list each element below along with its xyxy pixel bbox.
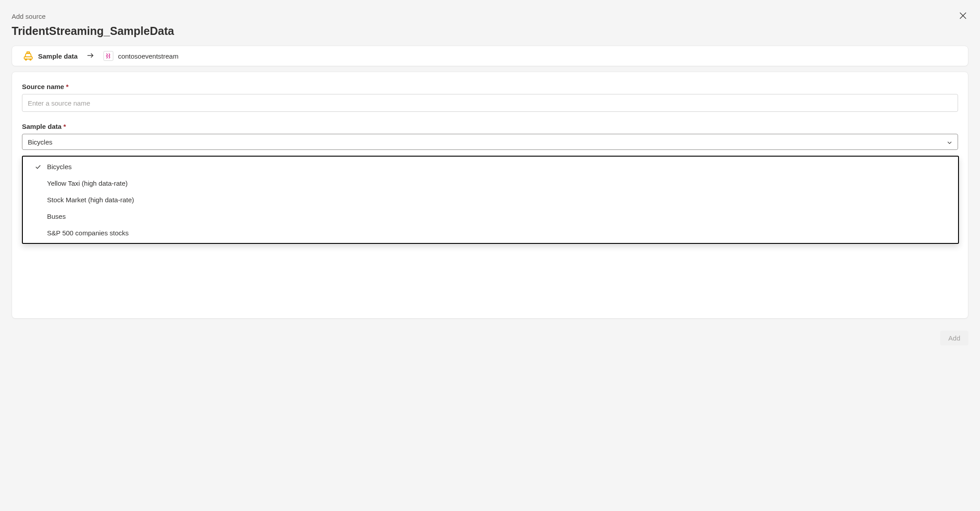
dialog-header: Add source TridentStreaming_SampleData [12, 13, 968, 38]
sample-data-label: Sample data* [22, 123, 958, 130]
option-label: Yellow Taxi (high data-rate) [47, 179, 128, 187]
required-asterisk: * [63, 123, 66, 130]
source-name-input[interactable] [22, 94, 958, 112]
taxi-icon [23, 51, 34, 61]
option-sp500[interactable]: S&P 500 companies stocks [23, 225, 958, 241]
option-bicycles[interactable]: Bicycles [23, 158, 958, 175]
add-source-dialog: Add source TridentStreaming_SampleData [0, 0, 980, 353]
source-name-label: Source name* [22, 83, 958, 90]
svg-point-4 [26, 59, 27, 60]
arrow-right-icon [86, 51, 95, 61]
close-button[interactable] [957, 10, 969, 22]
breadcrumb-destination: contosoeventstream [103, 51, 178, 61]
add-button[interactable]: Add [940, 331, 968, 345]
svg-point-5 [30, 59, 31, 60]
option-label: Stock Market (high data-rate) [47, 196, 134, 204]
page-title: TridentStreaming_SampleData [12, 25, 968, 38]
sample-data-dropdown[interactable]: Bicycles [22, 134, 958, 150]
field-source-name: Source name* [22, 83, 958, 112]
close-icon [959, 12, 967, 21]
required-asterisk: * [66, 83, 69, 90]
option-label: Bicycles [47, 163, 72, 170]
svg-rect-2 [27, 52, 30, 53]
sample-data-listbox: Bicycles Yellow Taxi (high data-rate) St… [22, 156, 959, 244]
chevron-down-icon [947, 139, 952, 145]
option-label: Buses [47, 213, 66, 220]
breadcrumb-source: Sample data [23, 51, 77, 61]
checkmark-icon [34, 163, 42, 170]
dialog-footer: Add [940, 331, 968, 345]
breadcrumb: Sample data contosoeventstream [12, 46, 968, 66]
dropdown-selected-value: Bicycles [28, 138, 52, 146]
field-sample-data: Sample data* Bicycles Bicycl [22, 123, 958, 150]
breadcrumb-source-label: Sample data [38, 52, 77, 60]
option-yellow-taxi[interactable]: Yellow Taxi (high data-rate) [23, 175, 958, 192]
eventstream-icon [103, 51, 113, 61]
form-card: Source name* Sample data* Bicycles [12, 72, 968, 319]
breadcrumb-destination-label: contosoeventstream [118, 52, 178, 60]
option-buses[interactable]: Buses [23, 208, 958, 225]
option-label: S&P 500 companies stocks [47, 229, 129, 237]
option-stock-market[interactable]: Stock Market (high data-rate) [23, 192, 958, 208]
dialog-label: Add source [12, 13, 968, 20]
